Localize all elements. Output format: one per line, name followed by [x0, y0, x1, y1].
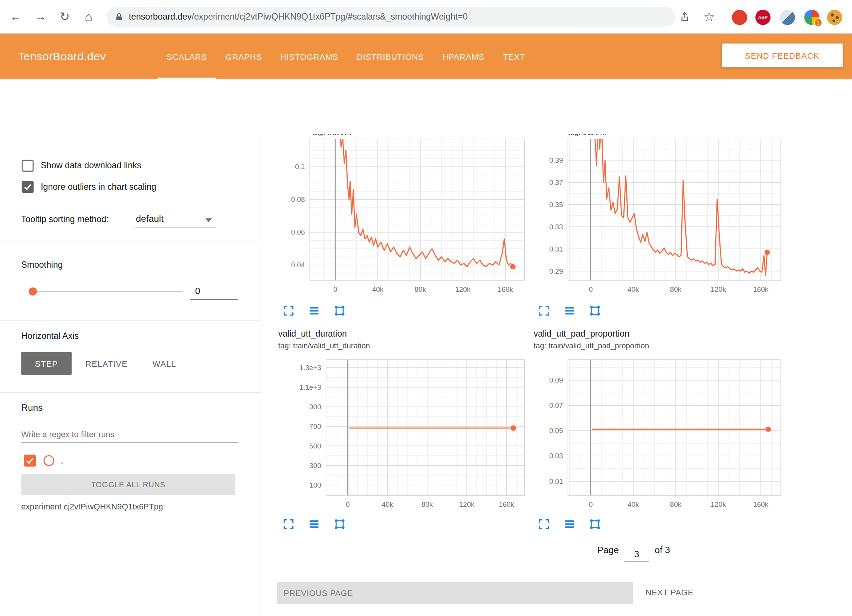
- svg-text:40k: 40k: [628, 500, 639, 508]
- settings-sidebar: Show data download links Ignore outliers…: [0, 134, 261, 616]
- expand-chart-button[interactable]: [282, 304, 296, 317]
- svg-text:0.29: 0.29: [549, 267, 563, 275]
- divider: [0, 320, 261, 321]
- expand-icon: [282, 518, 295, 530]
- app-logo[interactable]: TensorBoard.dev: [18, 50, 106, 63]
- tab-graphs[interactable]: GRAPHS: [216, 34, 271, 79]
- extension-cookie-icon[interactable]: [827, 10, 842, 25]
- run-selector-button[interactable]: [308, 518, 321, 531]
- tab-text[interactable]: TEXT: [494, 34, 534, 79]
- forward-icon[interactable]: →: [32, 8, 50, 26]
- run-color-swatch[interactable]: [43, 455, 54, 466]
- page-of-label: of 3: [655, 545, 670, 556]
- svg-text:0: 0: [589, 500, 592, 508]
- address-bar[interactable]: tensorboard.dev/experiment/cj2vtPiwQHKN9…: [107, 7, 676, 27]
- svg-text:120k: 120k: [711, 500, 726, 508]
- smoothing-value-field[interactable]: 0: [190, 283, 238, 300]
- svg-text:160k: 160k: [498, 285, 513, 293]
- chart-card-2: tag: train/… 040k80k120k160k0.290.310.33…: [520, 134, 781, 317]
- next-page-button[interactable]: NEXT PAGE: [646, 588, 693, 597]
- run-selector-button[interactable]: [563, 518, 577, 531]
- run-checkbox[interactable]: [24, 455, 36, 467]
- chevron-down-icon: [205, 218, 212, 222]
- tab-histograms[interactable]: HISTOGRAMS: [271, 34, 348, 79]
- tab-hparams[interactable]: HPARAMS: [433, 34, 494, 79]
- horizontal-axis-label: Horizontal Axis: [21, 331, 79, 341]
- page-number-input[interactable]: [624, 547, 649, 562]
- url-domain: tensorboard.dev: [129, 12, 192, 21]
- svg-text:0.09: 0.09: [549, 376, 563, 384]
- share-icon[interactable]: [675, 8, 694, 26]
- smoothing-slider-thumb[interactable]: [29, 287, 37, 296]
- extension-adblock-icon[interactable]: [732, 10, 747, 25]
- runs-label: Runs: [21, 403, 43, 413]
- chart-actions: [265, 304, 525, 317]
- svg-text:700: 700: [309, 422, 321, 430]
- axis-wall-button[interactable]: WALL: [141, 352, 188, 375]
- svg-text:0.39: 0.39: [549, 156, 563, 164]
- chart-tag: tag: train/valid_utt_pad_proportion: [520, 341, 781, 352]
- extension-abp-icon[interactable]: ABP: [755, 10, 770, 25]
- tooltip-sorting-select[interactable]: default: [135, 211, 216, 228]
- pagination: Page of 3: [597, 545, 670, 559]
- runs-filter-input[interactable]: [21, 426, 238, 443]
- svg-text:160k: 160k: [753, 285, 768, 293]
- scalar-chart[interactable]: 040k80k120k160k0.290.310.330.350.370.39: [520, 139, 781, 299]
- extension-badge: 1: [814, 18, 822, 27]
- lines-icon: [563, 305, 576, 317]
- svg-text:40k: 40k: [372, 285, 384, 293]
- svg-text:0.08: 0.08: [291, 195, 305, 203]
- axis-relative-button[interactable]: RELATIVE: [76, 352, 136, 375]
- previous-page-button[interactable]: PREVIOUS PAGE: [277, 582, 633, 604]
- lines-icon: [308, 305, 320, 317]
- fit-domain-button[interactable]: [334, 304, 347, 317]
- tooltip-sorting-value: default: [136, 213, 164, 224]
- tab-distributions[interactable]: DISTRIBUTIONS: [348, 34, 433, 79]
- svg-text:0: 0: [346, 500, 350, 508]
- home-icon[interactable]: ⌂: [79, 8, 98, 26]
- tab-scalars[interactable]: SCALARS: [157, 34, 216, 79]
- reload-icon[interactable]: ↻: [55, 8, 74, 26]
- svg-text:900: 900: [309, 403, 321, 411]
- back-icon[interactable]: ←: [6, 8, 25, 26]
- svg-text:100: 100: [309, 481, 321, 489]
- tooltip-sorting-label: Tooltip sorting method:: [21, 215, 108, 224]
- svg-text:300: 300: [309, 462, 321, 470]
- browser-toolbar: ← → ↻ ⌂ tensorboard.dev/experiment/cj2vt…: [0, 0, 852, 34]
- page-label: Page: [597, 545, 619, 556]
- show-download-links-checkbox[interactable]: [22, 160, 34, 172]
- fit-domain-button[interactable]: [589, 518, 602, 531]
- svg-text:0.01: 0.01: [549, 477, 563, 485]
- divider: [0, 241, 261, 241]
- svg-text:0: 0: [589, 285, 592, 293]
- url-path: /experiment/cj2vtPiwQHKN9Q1tx6PTpg/#scal…: [192, 12, 468, 21]
- toggle-all-runs-button[interactable]: TOGGLE ALL RUNS: [21, 474, 235, 495]
- expand-chart-button[interactable]: [282, 518, 296, 531]
- fit-icon: [334, 518, 346, 530]
- extension-blue-icon[interactable]: [780, 10, 795, 25]
- fit-domain-button[interactable]: [334, 518, 347, 531]
- scalar-chart[interactable]: 040k80k120k160k1003005007009001.1e+31.3e…: [265, 352, 525, 513]
- svg-text:0.37: 0.37: [549, 178, 563, 186]
- run-selector-button[interactable]: [563, 304, 577, 317]
- expand-chart-button[interactable]: [538, 304, 551, 317]
- svg-text:80k: 80k: [421, 500, 433, 508]
- check-icon: [26, 456, 34, 465]
- axis-step-button[interactable]: STEP: [21, 352, 72, 375]
- bookmark-star-icon[interactable]: ☆: [700, 8, 718, 26]
- fit-domain-button[interactable]: [589, 304, 602, 317]
- fit-icon: [334, 305, 346, 317]
- expand-chart-button[interactable]: [538, 518, 551, 531]
- svg-text:160k: 160k: [753, 500, 768, 508]
- smoothing-slider-track[interactable]: [31, 291, 183, 292]
- chart-tag: tag: train/…: [520, 134, 781, 139]
- run-selector-button[interactable]: [308, 304, 321, 317]
- charts-panel: tag: train/… 040k80k120k160k0.040.060.08…: [261, 134, 852, 616]
- scalar-chart[interactable]: 040k80k120k160k0.040.060.080.1: [265, 139, 525, 299]
- send-feedback-button[interactable]: SEND FEEDBACK: [722, 43, 843, 67]
- ignore-outliers-checkbox[interactable]: [22, 181, 34, 193]
- svg-text:0.35: 0.35: [549, 201, 563, 209]
- extension-avatar-icon[interactable]: 1: [804, 10, 819, 25]
- svg-text:40k: 40k: [628, 285, 639, 293]
- scalar-chart[interactable]: 040k80k120k160k0.010.030.050.070.09: [520, 352, 781, 513]
